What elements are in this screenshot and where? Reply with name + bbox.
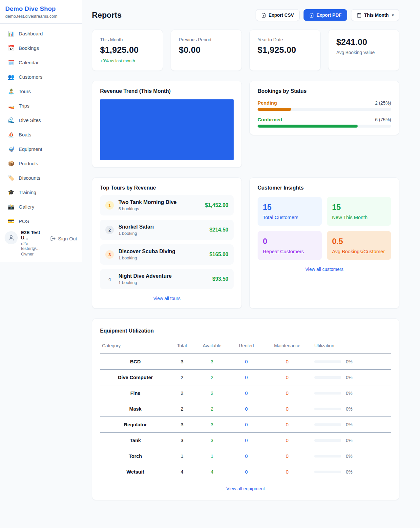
tour-title: Discover Scuba Diving xyxy=(118,249,205,254)
stat-card-year-to-date: Year to Date $1,925.00 xyxy=(249,30,321,71)
cell-rented: 0 xyxy=(231,448,262,464)
tour-amount: $214.50 xyxy=(209,227,228,233)
utilization-bar xyxy=(314,376,341,379)
stat-value: $241.00 xyxy=(336,37,391,47)
cell-category: Torch xyxy=(100,448,171,464)
island-icon: 🏝️ xyxy=(8,88,14,94)
table-row: Tank 3 3 0 0 0% xyxy=(100,433,391,448)
sign-out-label: Sign Out xyxy=(58,236,77,241)
sidebar-item-training[interactable]: 🎓 Training xyxy=(4,186,78,198)
tour-amount: $165.00 xyxy=(209,252,228,257)
tour-row: 3 Discover Scuba Diving 1 booking $165.0… xyxy=(100,244,234,265)
stat-cards: This Month $1,925.00 +0% vs last month P… xyxy=(92,30,399,71)
cell-available: 3 xyxy=(193,433,231,448)
cell-total: 2 xyxy=(171,370,193,385)
sidebar-item-label: Boats xyxy=(19,132,31,137)
bookings-by-status-card: Bookings by Status Pending 2 (25%) Confi… xyxy=(249,81,399,135)
sidebar: Demo Dive Shop demo.test.divestreams.com… xyxy=(0,0,82,262)
cell-category: Wetsuit xyxy=(100,464,171,480)
stat-label: This Month xyxy=(100,37,155,42)
tour-title: Night Dive Adventure xyxy=(118,273,208,279)
insight-tiles: 15 Total Customers 15 New This Month 0 R… xyxy=(258,197,391,260)
bar-chart-icon: 📊 xyxy=(8,30,14,37)
stat-value: $0.00 xyxy=(179,45,234,55)
sidebar-item-label: Dashboard xyxy=(19,31,43,36)
sidebar-item-label: Customers xyxy=(19,74,43,80)
customer-insights-card: Customer Insights 15 Total Customers 15 … xyxy=(249,177,399,309)
cell-category: Regulator xyxy=(100,417,171,433)
sign-out-button[interactable]: Sign Out xyxy=(50,236,77,241)
table-row: Regulator 3 3 0 0 0% xyxy=(100,417,391,433)
utilization-bar xyxy=(314,471,341,473)
sidebar-item-tours[interactable]: 🏝️ Tours xyxy=(4,85,78,97)
utilization-percent: 0% xyxy=(346,359,352,364)
export-pdf-button[interactable]: Export PDF xyxy=(304,9,347,21)
insight-value: 0 xyxy=(263,237,317,246)
view-all-customers-link[interactable]: View all customers xyxy=(258,267,391,272)
utilization-bar xyxy=(314,455,341,457)
cell-available: 2 xyxy=(193,370,231,385)
tour-row: 2 Snorkel Safari 1 booking $214.50 xyxy=(100,220,234,240)
period-dropdown[interactable]: This Month ▾ xyxy=(351,9,399,21)
sidebar-item-discounts[interactable]: 🏷️ Discounts xyxy=(4,172,78,184)
card-title: Bookings by Status xyxy=(258,88,391,94)
cell-category: Mask xyxy=(100,401,171,417)
tour-amount: $1,452.00 xyxy=(205,202,228,208)
cell-total: 4 xyxy=(171,464,193,480)
cell-rented: 0 xyxy=(231,417,262,433)
camera-icon: 📸 xyxy=(8,204,14,210)
cell-maintenance: 0 xyxy=(262,385,312,401)
export-csv-button[interactable]: Export CSV xyxy=(256,9,300,21)
sidebar-item-trips[interactable]: 🚤 Trips xyxy=(4,100,78,112)
col-rented: Rented xyxy=(231,340,262,354)
tour-bookings: 1 booking xyxy=(118,255,205,260)
tour-title: Two Tank Morning Dive xyxy=(118,199,200,205)
insight-tile-new-this-month: 15 New This Month xyxy=(327,197,391,226)
cell-rented: 0 xyxy=(231,354,262,370)
sidebar-item-label: Discounts xyxy=(19,175,40,181)
sidebar-item-calendar[interactable]: 🗓️ Calendar xyxy=(4,56,78,69)
view-all-tours-link[interactable]: View all tours xyxy=(100,296,234,301)
wave-icon: 🌊 xyxy=(8,117,14,123)
card-title: Equipment Utilization xyxy=(100,328,391,334)
stat-label: Previous Period xyxy=(179,37,234,42)
sidebar-item-label: Dive Sites xyxy=(19,117,41,123)
tour-bookings: 1 booking xyxy=(118,231,205,236)
sidebar-item-equipment[interactable]: 🤿 Equipment xyxy=(4,143,78,155)
sidebar-item-boats[interactable]: ⛵ Boats xyxy=(4,129,78,141)
middle-row: Top Tours by Revenue 1 Two Tank Morning … xyxy=(92,177,399,309)
people-icon: 👥 xyxy=(8,74,14,80)
cell-total: 1 xyxy=(171,448,193,464)
insight-tile-repeat-customers: 0 Repeat Customers xyxy=(258,231,322,260)
utilization-bar xyxy=(314,360,341,363)
revenue-trend-card: Revenue Trend (This Month) xyxy=(92,81,242,168)
col-total: Total xyxy=(171,340,193,354)
cell-category: Dive Computer xyxy=(100,370,171,385)
sidebar-nav: 📊 Dashboard 📅 Bookings 🗓️ Calendar 👥 Cus… xyxy=(0,24,82,225)
col-utilization: Utilization xyxy=(312,340,391,354)
sidebar-item-pos[interactable]: 💳 POS xyxy=(4,215,78,225)
status-label: Pending xyxy=(258,100,277,106)
cell-available: 1 xyxy=(193,448,231,464)
sidebar-item-bookings[interactable]: 📅 Bookings xyxy=(4,42,78,54)
cell-available: 4 xyxy=(193,464,231,480)
stat-card-previous-period: Previous Period $0.00 xyxy=(171,30,242,71)
sidebar-item-customers[interactable]: 👥 Customers xyxy=(4,71,78,83)
export-pdf-label: Export PDF xyxy=(317,12,342,18)
col-category: Category xyxy=(100,340,171,354)
cell-available: 2 xyxy=(193,401,231,417)
user-name: E2E Test U... xyxy=(21,230,47,240)
calendar-pad-icon: 🗓️ xyxy=(8,59,14,66)
calendar-date-icon: 📅 xyxy=(8,45,14,51)
view-all-equipment-link[interactable]: View all equipment xyxy=(100,486,391,491)
sidebar-item-label: Trips xyxy=(19,103,30,109)
sidebar-item-dashboard[interactable]: 📊 Dashboard xyxy=(4,28,78,40)
user-email: e2e-tester@... xyxy=(21,241,47,251)
col-available: Available xyxy=(193,340,231,354)
sidebar-item-products[interactable]: 📦 Products xyxy=(4,157,78,170)
sidebar-item-gallery[interactable]: 📸 Gallery xyxy=(4,201,78,213)
utilization-bar xyxy=(314,439,341,442)
status-row-pending: Pending 2 (25%) xyxy=(258,100,391,111)
sidebar-item-label: Products xyxy=(19,161,38,166)
sidebar-item-dive-sites[interactable]: 🌊 Dive Sites xyxy=(4,114,78,126)
